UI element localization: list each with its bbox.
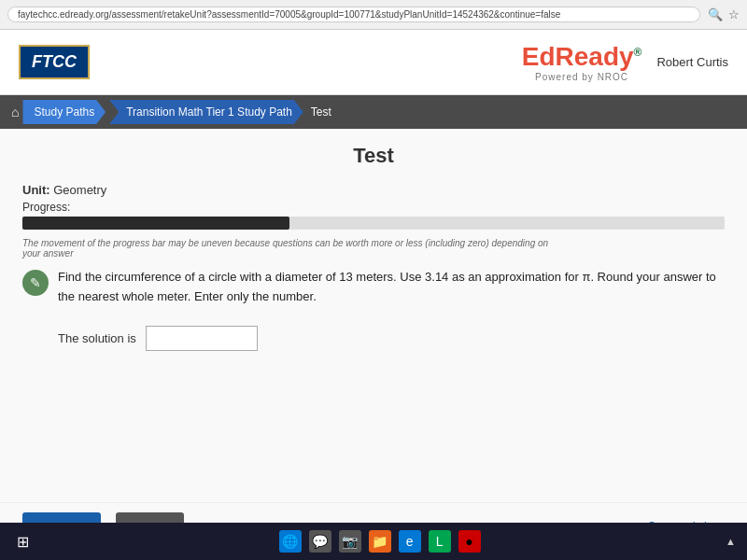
- breadcrumb-transition-math-label: Transition Math Tier 1 Study Path: [126, 105, 292, 119]
- ftcc-logo: FTCC: [19, 45, 90, 79]
- header: FTCC EdReady® Powered by NROC Robert Cur…: [0, 30, 747, 95]
- taskbar-app-icon[interactable]: L: [429, 530, 451, 553]
- progress-note: The movement of the progress bar may be …: [22, 238, 549, 259]
- taskbar-edge-icon[interactable]: e: [399, 530, 421, 553]
- progress-section: Progress:: [22, 201, 725, 230]
- unit-label: Unit: Geometry: [22, 183, 725, 197]
- taskbar: ⊞ 🌐 💬 📷 📁 e L ● ▲: [0, 523, 747, 560]
- ed-text: Ed: [522, 42, 556, 71]
- edready-title: EdReady®: [522, 42, 642, 72]
- taskbar-right: ▲: [726, 536, 736, 547]
- question-text: Find the circumference of a circle with …: [58, 268, 725, 307]
- answer-input[interactable]: [146, 326, 258, 351]
- unit-name: Geometry: [53, 183, 106, 197]
- progress-label: Progress:: [22, 201, 725, 214]
- main-content: Test Unit: Geometry Progress: The moveme…: [0, 129, 747, 502]
- answer-label: The solution is: [58, 331, 136, 345]
- page-title: Test: [22, 144, 725, 168]
- taskbar-chrome-icon[interactable]: ●: [458, 530, 481, 553]
- browser-bar: faytechcc.edready.org/assessment/retakeU…: [0, 0, 747, 30]
- edready-logo: EdReady® Powered by NROC: [522, 42, 642, 82]
- progress-bar-fill: [22, 217, 289, 230]
- breadcrumb-transition-math[interactable]: Transition Math Tier 1 Study Path: [109, 100, 303, 124]
- bookmark-icon[interactable]: ☆: [728, 7, 740, 21]
- powered-by: Powered by NROC: [535, 72, 628, 82]
- windows-button[interactable]: ⊞: [11, 530, 34, 553]
- taskbar-left: ⊞: [11, 530, 34, 553]
- url-bar[interactable]: faytechcc.edready.org/assessment/retakeU…: [7, 7, 700, 22]
- registered-mark: ®: [634, 46, 642, 59]
- breadcrumb-nav: ⌂ Study Paths Transition Math Tier 1 Stu…: [0, 95, 747, 129]
- answer-row: The solution is: [58, 326, 725, 351]
- breadcrumb-study-paths-label: Study Paths: [34, 105, 94, 119]
- progress-bar-container: [22, 217, 725, 230]
- breadcrumb-test-label: Test: [311, 105, 331, 119]
- home-icon[interactable]: ⌂: [11, 105, 19, 119]
- user-name: Robert Curtis: [656, 55, 728, 69]
- search-icon[interactable]: 🔍: [708, 7, 723, 21]
- taskbar-folder-icon[interactable]: 📁: [369, 530, 391, 553]
- taskbar-camera-icon[interactable]: 📷: [339, 530, 361, 553]
- header-right: EdReady® Powered by NROC Robert Curtis: [522, 42, 728, 82]
- taskbar-center: 🌐 💬 📷 📁 e L ●: [279, 530, 481, 553]
- taskbar-browser-icon[interactable]: 🌐: [279, 530, 302, 553]
- ready-text: Ready: [556, 42, 634, 71]
- taskbar-chat-icon[interactable]: 💬: [309, 530, 331, 553]
- question-container: ✎ Find the circumference of a circle wit…: [22, 268, 725, 307]
- breadcrumb-study-paths[interactable]: Study Paths: [22, 100, 106, 124]
- question-edit-icon: ✎: [22, 270, 49, 296]
- unit-prefix: Unit:: [22, 183, 50, 197]
